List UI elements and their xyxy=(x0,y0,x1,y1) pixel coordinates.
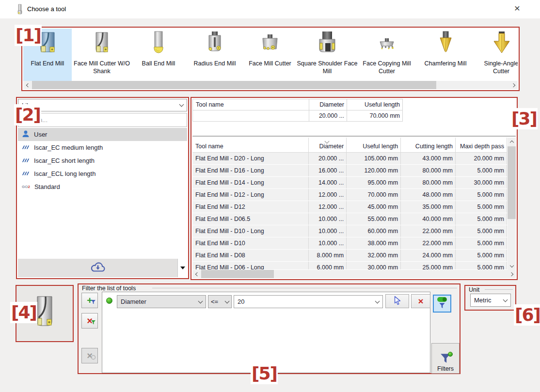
funnel-icon xyxy=(439,302,445,311)
table-row[interactable]: Flat End Mill - D1212.000 ...45.000 mm35… xyxy=(192,201,507,213)
table-row[interactable]: Flat End Mill - D1010.000 ...38.000 mm22… xyxy=(192,237,507,249)
library-item-user[interactable]: User xyxy=(18,128,187,141)
tools-table: Tool name Diameter Useful length Cutting… xyxy=(192,138,507,269)
scroll-left-button[interactable] xyxy=(192,270,201,278)
table-row[interactable]: Flat End Mill - D12 - Long12.000 ...70.0… xyxy=(192,188,507,201)
filter-rows-list: Diameter <= 20 × xyxy=(102,292,430,373)
tool-type-face-mill-cutter[interactable]: Face Mill Cutter xyxy=(244,29,296,82)
close-button[interactable]: × xyxy=(503,0,531,16)
toggle-on-icon xyxy=(437,297,447,302)
ring-icon xyxy=(91,354,96,361)
groupbox-line xyxy=(152,288,457,288)
library-item-iscar-ecl-long[interactable]: Iscar_ECL long length xyxy=(18,167,187,180)
ball-end-mill-icon xyxy=(145,31,172,59)
criteria-header-tool-name[interactable]: Tool name xyxy=(193,99,309,110)
download-library-button[interactable] xyxy=(18,259,177,277)
filters-button[interactable]: Filters xyxy=(431,343,460,374)
remove-filter-button[interactable]: × xyxy=(81,313,98,329)
filter-active-dot xyxy=(106,298,112,304)
tool-type-face-mill-wo-shank[interactable]: Face Mill Cutter W/O Shank xyxy=(72,29,132,82)
funnel-icon xyxy=(91,319,96,327)
scrollbar-thumb[interactable] xyxy=(201,270,274,278)
title-bar: Choose a tool × xyxy=(0,0,540,18)
scroll-left-button[interactable] xyxy=(23,81,32,89)
table-row[interactable]: Flat End Mill - D06.510.000 ...55.000 mm… xyxy=(192,213,507,225)
delete-filter-button-disabled[interactable]: × xyxy=(81,348,98,363)
table-row[interactable]: Flat End Mill - D16 - Long16.000 ...120.… xyxy=(192,164,507,176)
iscar-icon xyxy=(22,157,30,164)
annotation-3: [3] xyxy=(510,108,538,129)
filter-active-dot xyxy=(448,352,453,357)
clear-filter-button[interactable]: × xyxy=(411,294,430,308)
criteria-header-diameter[interactable]: Diameter xyxy=(309,99,347,110)
table-row[interactable]: Flat End Mill - D20 - Long20.000 ...105.… xyxy=(192,152,507,164)
table-row[interactable]: Flat End Mill - D06 - Long6.000 mm30.000… xyxy=(192,261,507,269)
scrollbar-thumb[interactable] xyxy=(32,81,436,89)
table-row[interactable]: Flat End Mill - D10 - Long10.000 ...60.0… xyxy=(192,225,507,237)
unit-dropdown[interactable]: Metric xyxy=(470,294,511,307)
tool-tables-region: Tool name Diameter Useful length 20.000 … xyxy=(191,97,518,280)
radius-end-mill-icon xyxy=(201,31,228,59)
tools-header-row: Tool name Diameter Useful length Cutting… xyxy=(192,138,507,152)
tools-header-cutting-length[interactable]: Cutting length xyxy=(401,138,456,152)
face-mill-cutter-icon xyxy=(256,31,284,59)
scroll-up-button[interactable] xyxy=(508,138,516,146)
criteria-value-row[interactable]: 20.000 ... 70.000 mm xyxy=(193,110,403,122)
tools-header-useful-length[interactable]: Useful length xyxy=(347,138,401,152)
table-row[interactable]: Flat End Mill - D14 - Long14.000 ...95.0… xyxy=(192,176,507,188)
chevron-down-icon xyxy=(225,298,230,303)
annotation-4: [4] xyxy=(10,302,37,323)
tool-type-square-shoulder-face-mill[interactable]: Square Shoulder Face Mill xyxy=(296,29,359,82)
table-row[interactable]: Flat End Mill - D088.000 mm32.000 mm24.0… xyxy=(192,249,507,261)
scroll-right-button[interactable] xyxy=(509,81,518,89)
pick-value-button[interactable] xyxy=(385,294,409,308)
tools-header-maxi-depth-pass[interactable]: Maxi depth pass xyxy=(456,138,507,152)
filter-panel-region: Filter the list of tools + × × Diameter … xyxy=(78,283,461,374)
tool-type-single-angle-cutter[interactable]: Single-Angle Cutter xyxy=(476,29,518,82)
tool-type-face-copying-mill-cutter[interactable]: Face Copying Mill Cutter xyxy=(359,29,415,82)
chamfering-mill-icon xyxy=(432,31,459,59)
tool-strip-scrollbar[interactable] xyxy=(23,81,518,89)
cursor-arrow-icon xyxy=(393,296,402,307)
scroll-down-button[interactable] xyxy=(508,262,516,270)
library-item-iscar-ec-medium[interactable]: Iscar_EC medium length xyxy=(18,141,187,154)
tool-type-list: Flat End Mill Face Mill Cutter W/O Shank… xyxy=(23,29,518,82)
annotation-2: [2] xyxy=(14,104,41,125)
tools-table-hscrollbar[interactable] xyxy=(192,270,516,278)
face-copying-mill-cutter-icon xyxy=(373,31,400,59)
tools-header-tool-name[interactable]: Tool name xyxy=(192,138,309,152)
choose-a-tool-dialog: Choose a tool × Flat End Mill Face Mill … xyxy=(0,0,540,392)
chevron-down-icon xyxy=(503,297,508,302)
tool-type-radius-end-mill[interactable]: Radius End Mill xyxy=(185,29,244,82)
search-input[interactable] xyxy=(18,113,187,127)
annotation-5: [5] xyxy=(251,363,278,384)
chevron-down-icon xyxy=(198,298,203,303)
filter-field-dropdown[interactable]: Diameter xyxy=(117,295,206,308)
single-angle-cutter-icon xyxy=(488,31,515,59)
square-shoulder-face-mill-icon xyxy=(314,31,341,59)
scrollbar-thumb[interactable] xyxy=(508,146,516,219)
tools-table-vscrollbar[interactable] xyxy=(508,138,516,270)
filter-value-combobox[interactable]: 20 xyxy=(234,295,383,308)
library-dropdown[interactable]: Library xyxy=(18,99,187,111)
toggle-filter-button[interactable] xyxy=(433,295,451,313)
tools-header-diameter[interactable]: Diameter xyxy=(309,138,347,152)
tool-type-ball-end-mill[interactable]: Ball End Mill xyxy=(132,29,185,82)
add-filter-button[interactable]: + xyxy=(81,293,98,308)
library-more-dropdown-button[interactable] xyxy=(177,259,187,277)
unit-region: Unit Metric xyxy=(464,285,516,311)
face-mill-wo-shank-icon xyxy=(88,31,115,59)
tool-type-chamfering-mill[interactable]: Chamfering Mill xyxy=(415,29,476,82)
scroll-right-button[interactable] xyxy=(508,270,516,278)
criteria-header-row: Tool name Diameter Useful length xyxy=(193,99,403,110)
cloud-download-icon xyxy=(90,261,106,275)
criteria-header-useful-length[interactable]: Useful length xyxy=(347,99,403,110)
library-item-standard[interactable]: GO2 Standard xyxy=(18,180,187,193)
table-splitter[interactable] xyxy=(192,136,516,137)
annotation-1: [1] xyxy=(15,25,42,46)
annotation-6: [6] xyxy=(514,304,540,326)
library-item-iscar-ec-short[interactable]: Iscar_EC short length xyxy=(18,154,187,167)
chevron-down-icon xyxy=(375,298,380,303)
funnel-icon xyxy=(91,299,96,306)
filter-operator-dropdown[interactable]: <= xyxy=(208,295,232,308)
